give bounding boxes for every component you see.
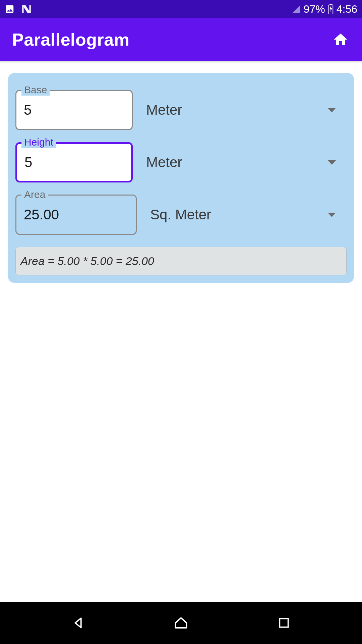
- height-field: Height: [15, 142, 133, 182]
- home-icon: [333, 32, 349, 48]
- svg-rect-1: [330, 4, 331, 5]
- area-field: Area: [15, 195, 137, 235]
- area-output: [15, 195, 137, 235]
- home-nav-button[interactable]: [161, 613, 201, 633]
- base-unit-dropdown[interactable]: Meter: [143, 90, 347, 130]
- recent-apps-button[interactable]: [264, 613, 304, 633]
- height-unit-dropdown[interactable]: Meter: [143, 142, 347, 182]
- status-right: 97% 4:56: [292, 3, 357, 15]
- calculator-card: Base Meter Height Meter Area: [8, 73, 354, 283]
- app-bar: Parallelogram: [0, 18, 362, 61]
- base-input[interactable]: [15, 90, 133, 130]
- base-label: Base: [21, 84, 50, 96]
- gallery-icon: [5, 4, 15, 14]
- signal-icon: [292, 4, 301, 14]
- base-field: Base: [15, 90, 133, 130]
- area-unit-dropdown[interactable]: Sq. Meter: [147, 195, 347, 235]
- clock-time: 4:56: [337, 3, 357, 15]
- height-label: Height: [21, 137, 56, 148]
- back-icon: [71, 616, 85, 630]
- back-button[interactable]: [58, 613, 98, 633]
- battery-charging-icon: [328, 4, 334, 14]
- page-title: Parallelogram: [12, 30, 129, 50]
- battery-percentage: 97%: [304, 3, 325, 15]
- chevron-down-icon: [328, 160, 336, 165]
- home-button[interactable]: [333, 32, 349, 48]
- status-bar: 97% 4:56: [0, 0, 362, 18]
- height-input[interactable]: [15, 142, 133, 182]
- height-row: Height Meter: [15, 133, 347, 182]
- chevron-down-icon: [328, 213, 336, 217]
- height-unit-text: Meter: [146, 154, 182, 170]
- area-row: Area Sq. Meter: [15, 185, 347, 235]
- status-left-icons: [5, 3, 32, 15]
- base-row: Base Meter: [15, 80, 347, 130]
- formula-display: Area = 5.00 * 5.00 = 25.00: [15, 247, 347, 275]
- base-unit-text: Meter: [146, 102, 182, 118]
- area-unit-text: Sq. Meter: [150, 207, 211, 223]
- chevron-down-icon: [328, 108, 336, 112]
- n-icon: [21, 3, 32, 15]
- area-label: Area: [21, 189, 48, 200]
- navigation-bar: [0, 602, 362, 644]
- home-outline-icon: [174, 615, 188, 630]
- svg-rect-2: [280, 619, 288, 627]
- main-content: Base Meter Height Meter Area: [0, 61, 362, 644]
- square-icon: [278, 616, 290, 629]
